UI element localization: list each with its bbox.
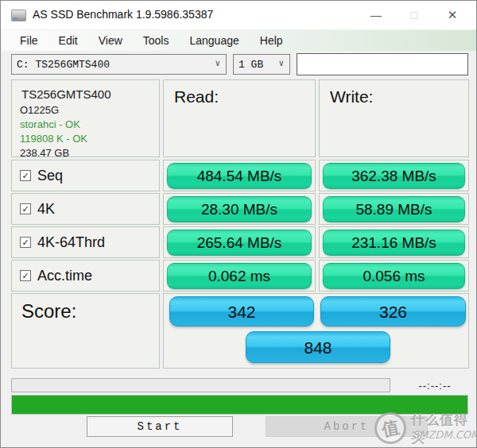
write-column-header: Write: bbox=[319, 79, 469, 157]
drive-capacity: 238.47 GB bbox=[20, 147, 159, 159]
score-read-value: 342 bbox=[169, 296, 314, 326]
app-drive-icon bbox=[11, 10, 26, 21]
4k64-write-cell: 231.16 MB/s bbox=[319, 226, 469, 258]
seq-write-cell: 362.38 MB/s bbox=[319, 160, 469, 191]
alignment-status: 119808 K - OK bbox=[20, 133, 159, 145]
app-window: AS SSD Benchmark 1.9.5986.35387 — □ ✕ Fi… bbox=[0, 0, 477, 448]
maximize-button[interactable]: □ bbox=[397, 1, 432, 29]
row-acctime: ✓ Acc.time bbox=[11, 260, 160, 292]
start-button[interactable]: Start bbox=[87, 416, 233, 437]
chevron-down-icon: ∨ bbox=[278, 58, 284, 68]
menu-view[interactable]: View bbox=[88, 31, 133, 50]
acctime-write-cell: 0.056 ms bbox=[319, 260, 469, 292]
score-panel: Score: bbox=[11, 293, 160, 369]
4k64-read-value: 265.64 MB/s bbox=[167, 230, 312, 256]
drive-select-value: C: TS256GMTS400 bbox=[17, 59, 110, 71]
4k64-checkbox[interactable]: ✓ bbox=[20, 237, 31, 248]
4k64-label: 4K-64Thrd bbox=[37, 234, 105, 251]
menu-language[interactable]: Language bbox=[179, 31, 249, 50]
test-size-value: 1 GB bbox=[238, 59, 263, 71]
read-column-header: Read: bbox=[163, 79, 316, 157]
drive-firmware: O1225G bbox=[20, 104, 159, 116]
drive-select[interactable]: C: TS256GMTS400 ∨ bbox=[11, 54, 227, 75]
drive-model: TS256GMTS400 bbox=[21, 87, 159, 101]
4k-label: 4K bbox=[37, 201, 55, 218]
4k64-read-cell: 265.64 MB/s bbox=[163, 226, 316, 258]
minimize-button[interactable]: — bbox=[359, 1, 394, 29]
score-total-value: 848 bbox=[246, 331, 390, 363]
seq-checkbox[interactable]: ✓ bbox=[20, 170, 31, 181]
read-header-label: Read: bbox=[164, 80, 315, 106]
acctime-write-value: 0.056 ms bbox=[323, 263, 465, 289]
score-write-value: 326 bbox=[320, 296, 466, 326]
abort-button[interactable]: Abort bbox=[266, 416, 428, 437]
4k64-write-value: 231.16 MB/s bbox=[323, 230, 465, 256]
close-button[interactable]: ✕ bbox=[435, 1, 470, 29]
menu-file[interactable]: File bbox=[10, 31, 48, 50]
acctime-label: Acc.time bbox=[37, 268, 92, 284]
4k-checkbox[interactable]: ✓ bbox=[20, 203, 31, 214]
seq-read-value: 484.54 MB/s bbox=[167, 163, 312, 189]
elapsed-time: --:--:-- bbox=[406, 380, 463, 392]
seq-read-cell: 484.54 MB/s bbox=[163, 160, 316, 191]
title-bar: AS SSD Benchmark 1.9.5986.35387 — □ ✕ bbox=[1, 1, 476, 29]
test-size-select[interactable]: 1 GB ∨ bbox=[233, 54, 290, 75]
status-bar bbox=[11, 378, 390, 392]
chevron-down-icon: ∨ bbox=[215, 58, 220, 68]
acctime-read-value: 0.062 ms bbox=[167, 263, 312, 289]
acctime-read-cell: 0.062 ms bbox=[163, 260, 316, 292]
row-seq: ✓ Seq bbox=[11, 160, 160, 191]
progress-bar bbox=[11, 395, 468, 415]
row-4k: ✓ 4K bbox=[11, 193, 160, 225]
menu-bar: File Edit View Tools Language Help bbox=[2, 30, 477, 51]
seq-write-value: 362.38 MB/s bbox=[323, 163, 465, 189]
menu-edit[interactable]: Edit bbox=[48, 31, 88, 50]
4k-read-cell: 28.30 MB/s bbox=[163, 193, 316, 225]
4k-write-value: 58.89 MB/s bbox=[323, 196, 465, 222]
window-title: AS SSD Benchmark 1.9.5986.35387 bbox=[33, 8, 213, 21]
acctime-checkbox[interactable]: ✓ bbox=[20, 270, 31, 281]
free-text-field[interactable] bbox=[297, 53, 468, 75]
4k-write-cell: 58.89 MB/s bbox=[319, 193, 469, 225]
write-header-label: Write: bbox=[320, 80, 468, 106]
menu-help[interactable]: Help bbox=[250, 31, 293, 50]
progress-fill bbox=[12, 396, 467, 414]
seq-label: Seq bbox=[37, 168, 63, 184]
4k-read-value: 28.30 MB/s bbox=[167, 196, 312, 222]
score-label: Score: bbox=[21, 300, 76, 322]
drive-info-panel: TS256GMTS400 O1225G storahci - OK 119808… bbox=[11, 79, 160, 157]
driver-status: storahci - OK bbox=[20, 118, 159, 130]
row-4k64: ✓ 4K-64Thrd bbox=[11, 226, 160, 258]
menu-tools[interactable]: Tools bbox=[133, 31, 180, 50]
